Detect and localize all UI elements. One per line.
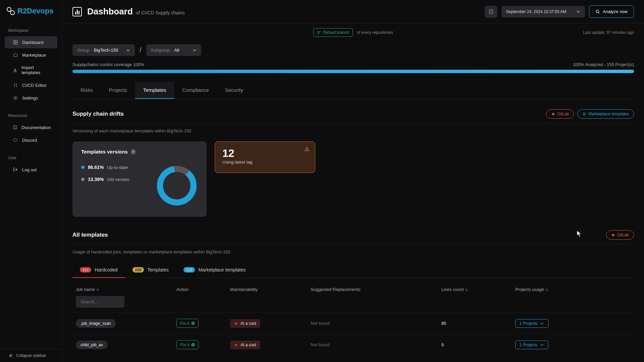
svg-point-5 [16,84,17,85]
lines-value: 5 [441,342,444,347]
warning-small-icon [234,321,238,325]
marketplace-badge[interactable]: Marketplace templates [577,109,634,119]
svg-line-16 [598,12,599,13]
group-label: Group: [77,48,91,53]
projects-chip[interactable]: 1 Projects [515,341,548,349]
svg-point-8 [14,96,17,100]
nav-discord-label: Discord [22,138,37,143]
col-maintainability: Maintainability [230,287,311,292]
all-templates-title: All templates [72,232,108,238]
page-subtitle: of CI/CD Supply chains [136,10,185,15]
svg-rect-0 [13,40,15,42]
subtab-marketplace[interactable]: 112 Marketplace templates [176,262,253,278]
warning-small-icon [234,343,238,347]
svg-point-25 [307,150,307,150]
subtab-templates[interactable]: 218 Templates [125,262,176,278]
tab-compliance[interactable]: Compliance [174,82,217,99]
projects-chip[interactable]: 1 Projects [515,319,548,328]
nav-import-label: Import templates [21,65,49,75]
topbar: Dashboard of CI/CD Supply chains Septemb… [62,0,644,23]
group-value: BigTech-150 [94,48,118,53]
suggested-value: Not found [311,342,329,347]
job-search-input[interactable] [76,296,124,308]
notes-button[interactable] [485,6,497,18]
nav-editor[interactable]: CI/CD Editor [5,79,57,91]
uptodate-lbl: Up-to-date [107,165,127,170]
drifts-title: Supply chain drifts [72,111,124,117]
book-icon [13,125,17,130]
nav-marketplace[interactable]: Marketplace [5,49,57,61]
sidebar: R2Devops Workspace Dashboard Marketplace… [0,0,62,362]
date-value: September 24, 2024 10:37:55 AM [506,9,566,14]
tab-templates[interactable]: Templates [135,82,174,99]
subtab-hardcoded[interactable]: 212 Hardcoded [72,262,125,278]
old-pct: 13.39% [88,177,104,182]
collapse-label: Collapse sidebar [16,353,46,358]
dashboard-chart-icon [72,7,82,16]
arrow-icon [191,343,195,347]
search-icon [595,9,600,14]
dot-cyan [81,166,85,169]
logo[interactable]: R2Devops [0,4,62,22]
old-lbl: Old version [107,177,129,182]
nav-discord[interactable]: Discord [5,134,57,146]
donut-chart [156,164,198,206]
fix-button[interactable]: Fix it [176,340,199,349]
svg-point-17 [317,31,318,32]
branch-chip[interactable]: Default branch [313,28,353,37]
coverage-progress [72,70,634,73]
cost-chip: At a cost [230,341,260,349]
templates-label: Templates [147,267,169,273]
col-lines[interactable]: Lines count⇅ [441,287,515,292]
collapse-sidebar[interactable]: Collapse sidebar [0,349,62,362]
tab-projects[interactable]: Projects [101,82,135,99]
svg-point-26 [192,322,195,325]
sort-icon: ⇅ [545,288,548,292]
job-chip[interactable]: child_job_av [76,341,108,349]
gitlab-icon [611,233,615,237]
cost-chip: At a cost [230,319,260,328]
marketplace-sub-label: Marketplace templates [198,267,246,273]
legend-old: 13.39% Old version [81,177,136,182]
branch-icon [317,31,321,35]
lines-value: 85 [441,321,446,326]
chevron-down-icon [540,321,544,325]
svg-point-6 [14,86,15,87]
marketplace-small-icon [582,112,586,116]
tab-security[interactable]: Security [217,82,251,99]
svg-rect-3 [16,43,17,44]
group-select[interactable]: Group: BigTech-150 [72,44,135,56]
hardcoded-count: 212 [80,267,91,273]
svg-point-19 [317,33,318,34]
warning-icon [304,146,310,152]
latest-tag-card[interactable]: 12 Using latest tag [215,141,315,173]
page-title: Dashboard [87,6,133,17]
fix-button[interactable]: Fix it [176,319,199,328]
tab-risks[interactable]: Risks [72,82,101,99]
main-tabs: Risks Projects Templates Compliance Secu… [72,82,634,99]
gitlab-label-2: GitLab [617,233,629,237]
gitlab-badge[interactable]: GitLab [546,109,574,119]
subgroup-select[interactable]: Subgroup: All [146,44,201,56]
latest-label: Using latest tag [222,160,308,165]
nav-settings[interactable]: Settings [5,92,57,104]
gitlab-badge-2[interactable]: GitLab [606,230,634,240]
svg-point-15 [596,10,599,13]
notes-icon [488,9,494,14]
nav-logout[interactable]: Log out [5,164,57,176]
svg-point-21 [584,114,585,115]
date-picker[interactable]: September 24, 2024 10:37:55 AM [501,6,585,17]
job-chip[interactable]: .job_image_scan [76,319,116,328]
analyze-button[interactable]: Analyze now [589,5,634,18]
marketplace-count: 112 [183,267,195,273]
nav-dashboard[interactable]: Dashboard [5,36,57,48]
discord-icon [13,137,18,143]
col-job-name[interactable]: Job name⇅ [76,287,176,292]
table-row: .job_image_scan Fix it At a cost Not fou… [72,312,634,334]
nav-editor-label: CI/CD Editor [22,83,47,88]
col-projects[interactable]: Projects usage⇅ [515,287,631,292]
uptodate-pct: 86.61% [88,165,104,170]
nav-documentation[interactable]: Documentation [5,121,57,133]
info-icon[interactable]: i [130,149,136,155]
nav-import[interactable]: Import templates [5,62,57,78]
